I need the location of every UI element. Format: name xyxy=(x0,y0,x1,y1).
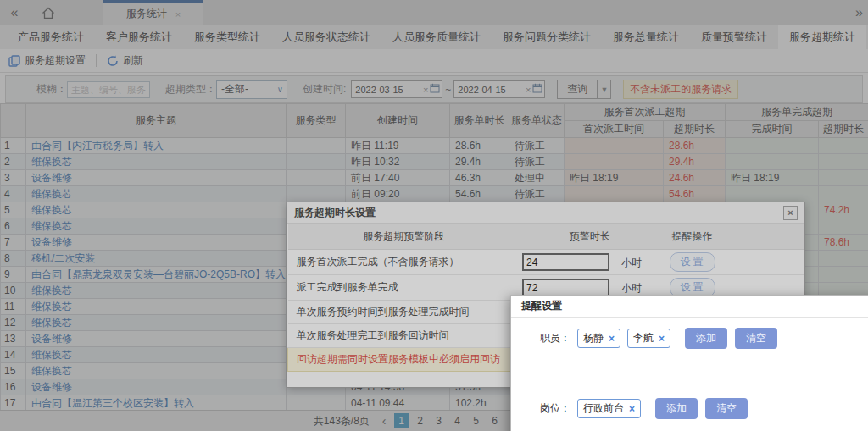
remove-tag-icon[interactable]: × xyxy=(629,403,635,415)
add-staff-button[interactable]: 添加 xyxy=(685,328,727,349)
staff-tag-label: 杨静 xyxy=(583,331,604,345)
add-post-button[interactable]: 添加 xyxy=(655,398,698,419)
clear-staff-button[interactable]: 清空 xyxy=(735,328,777,349)
remove-tag-icon[interactable]: × xyxy=(659,333,665,345)
post-tag-label: 行政前台 xyxy=(583,401,624,416)
app-window: « 服务统计 × » 产品服务统计客户服务统计服务类型统计人员服务状态统计人员服… xyxy=(0,0,868,431)
staff-tag-list: 杨静×李航× xyxy=(577,329,677,348)
dialog-title: 提醒设置 xyxy=(511,296,868,318)
staff-tag-label: 李航 xyxy=(633,331,654,345)
staff-tag: 杨静× xyxy=(577,329,620,348)
clear-post-button[interactable]: 清空 xyxy=(705,398,748,419)
remove-tag-icon[interactable]: × xyxy=(609,333,615,345)
staff-row: 职员： 杨静×李航× 添加 清空 xyxy=(511,328,868,349)
post-row: 岗位： 行政前台× 添加 清空 xyxy=(511,398,868,419)
post-tag-list: 行政前台× xyxy=(577,399,648,418)
post-label: 岗位： xyxy=(535,401,570,416)
post-tag: 行政前台× xyxy=(577,399,641,418)
staff-label: 职员： xyxy=(535,331,570,345)
remind-settings-dialog: 提醒设置 职员： 杨静×李航× 添加 清空 岗位： 行政前台× 添加 清空 xyxy=(510,295,868,431)
staff-tag: 李航× xyxy=(627,329,670,348)
